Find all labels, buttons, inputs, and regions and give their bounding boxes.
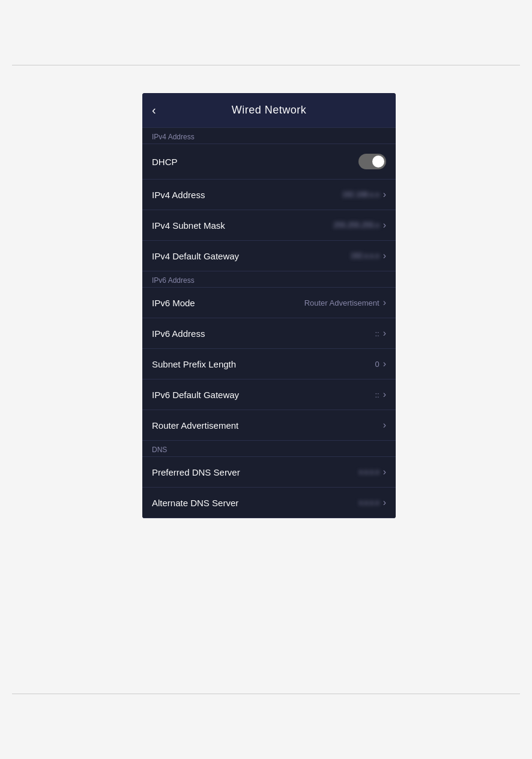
ipv4-address-label: IPv4 Address	[152, 190, 205, 200]
ipv6-address-section-label: IPv6 Address	[142, 271, 396, 288]
ipv6-mode-chevron: ›	[383, 297, 386, 308]
ipv4-subnet-mask-row[interactable]: IPv4 Subnet Mask 255.255.255.x ›	[142, 210, 396, 241]
ipv6-address-right: :: ›	[375, 328, 386, 339]
alternate-dns-value: x.x.x.x	[359, 498, 379, 507]
dhcp-row[interactable]: DHCP	[142, 144, 396, 180]
ipv4-subnet-mask-value: 255.255.255.x	[334, 221, 379, 229]
ipv6-mode-value: Router Advertisement	[304, 298, 379, 307]
ipv4-gateway-value: 192.x.x.x	[351, 252, 379, 260]
subnet-prefix-value: 0	[375, 360, 379, 369]
dns-section-label: DNS	[142, 441, 396, 457]
page-title: Wired Network	[232, 104, 307, 116]
alternate-dns-row[interactable]: Alternate DNS Server x.x.x.x ›	[142, 488, 396, 518]
dhcp-toggle-knob	[372, 156, 384, 168]
ipv6-gateway-chevron: ›	[383, 389, 386, 400]
alternate-dns-label: Alternate DNS Server	[152, 498, 238, 508]
ipv6-gateway-label: IPv6 Default Gateway	[152, 390, 239, 400]
router-advertisement-label: Router Advertisement	[152, 420, 238, 431]
subnet-prefix-label: Subnet Prefix Length	[152, 359, 236, 369]
ipv4-subnet-mask-right: 255.255.255.x ›	[334, 220, 386, 231]
alternate-dns-chevron: ›	[383, 497, 386, 508]
router-advertisement-chevron: ›	[383, 420, 386, 431]
bottom-divider	[12, 694, 520, 694]
ipv6-gateway-right: :: ›	[375, 389, 386, 400]
router-advertisement-row[interactable]: Router Advertisement ›	[142, 410, 396, 441]
ipv6-address-row[interactable]: IPv6 Address :: ›	[142, 318, 396, 349]
ipv6-address-label: IPv6 Address	[152, 328, 205, 339]
ipv6-mode-label: IPv6 Mode	[152, 298, 195, 308]
device-panel: ‹ Wired Network IPv4 Address DHCP IPv4 A…	[142, 93, 396, 518]
subnet-prefix-right: 0 ›	[375, 358, 386, 369]
preferred-dns-row[interactable]: Preferred DNS Server x.x.x.x ›	[142, 457, 396, 488]
back-button[interactable]: ‹	[152, 103, 156, 117]
ipv4-subnet-mask-chevron: ›	[383, 220, 386, 231]
ipv6-mode-row[interactable]: IPv6 Mode Router Advertisement ›	[142, 288, 396, 318]
ipv4-gateway-row[interactable]: IPv4 Default Gateway 192.x.x.x ›	[142, 241, 396, 271]
router-advertisement-right: ›	[383, 420, 386, 431]
ipv6-address-chevron: ›	[383, 328, 386, 339]
dhcp-toggle[interactable]	[358, 154, 386, 169]
ipv6-gateway-row[interactable]: IPv6 Default Gateway :: ›	[142, 380, 396, 410]
preferred-dns-chevron: ›	[383, 467, 386, 477]
preferred-dns-right: x.x.x.x ›	[359, 467, 386, 477]
top-divider	[12, 65, 520, 65]
ipv4-subnet-mask-label: IPv4 Subnet Mask	[152, 220, 225, 231]
ipv6-mode-right: Router Advertisement ›	[304, 297, 386, 308]
ipv6-address-value: ::	[375, 329, 379, 338]
preferred-dns-label: Preferred DNS Server	[152, 467, 240, 477]
dhcp-label: DHCP	[152, 157, 178, 167]
ipv6-gateway-value: ::	[375, 390, 379, 399]
ipv4-address-value: 192.168.x.x	[342, 190, 379, 199]
ipv4-address-row[interactable]: IPv4 Address 192.168.x.x ›	[142, 180, 396, 210]
panel-header: ‹ Wired Network	[142, 93, 396, 128]
ipv4-address-chevron: ›	[383, 189, 386, 200]
ipv4-address-right: 192.168.x.x ›	[342, 189, 386, 200]
ipv4-gateway-chevron: ›	[383, 250, 386, 261]
ipv4-gateway-right: 192.x.x.x ›	[351, 250, 386, 261]
subnet-prefix-chevron: ›	[383, 358, 386, 369]
ipv4-address-section-label: IPv4 Address	[142, 128, 396, 144]
preferred-dns-value: x.x.x.x	[359, 468, 379, 476]
subnet-prefix-row[interactable]: Subnet Prefix Length 0 ›	[142, 349, 396, 380]
alternate-dns-right: x.x.x.x ›	[359, 497, 386, 508]
ipv4-gateway-label: IPv4 Default Gateway	[152, 251, 239, 261]
